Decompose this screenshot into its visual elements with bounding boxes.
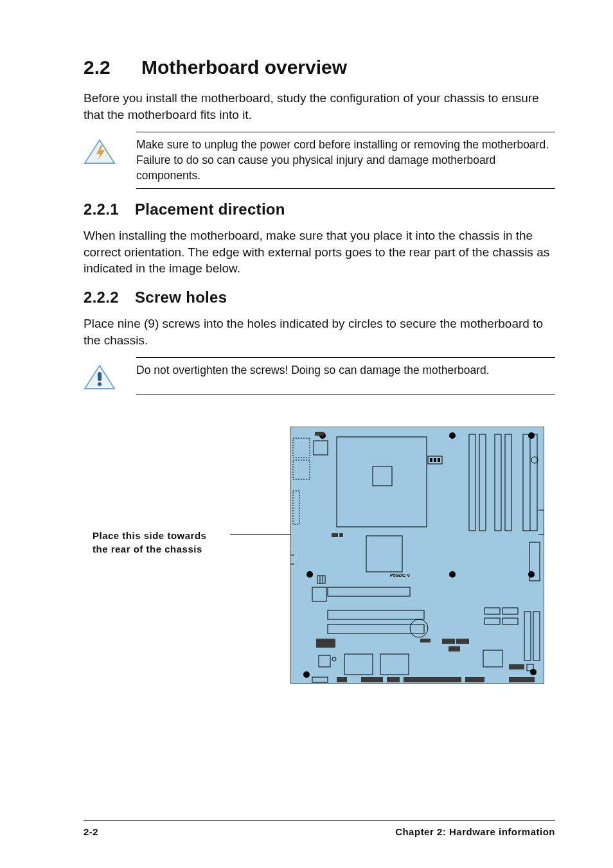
- svg-rect-72: [509, 677, 535, 682]
- svg-rect-47: [316, 639, 335, 648]
- subsection-heading: 2.2.1Placement direction: [84, 200, 555, 218]
- leader-line: [230, 534, 291, 535]
- callout-text: Do not overtighten the screws! Doing so …: [136, 363, 492, 378]
- divider: [136, 394, 555, 394]
- subsection-title: Placement direction: [135, 200, 285, 218]
- screw-paragraph: Place nine (9) screws into the holes ind…: [84, 315, 555, 348]
- diagram-caption: Place this side towards the rear of the …: [93, 529, 240, 556]
- svg-point-16: [306, 571, 313, 578]
- placement-paragraph: When installing the motherboard, make su…: [84, 227, 555, 277]
- motherboard-illustration: P5GDC-V: [290, 427, 544, 684]
- svg-point-17: [449, 571, 456, 578]
- exclamation-warning-icon: [84, 364, 116, 389]
- intro-paragraph: Before you install the motherboard, stud…: [84, 90, 555, 123]
- svg-rect-61: [456, 639, 469, 644]
- svg-rect-68: [361, 677, 383, 682]
- subsection-number: 2.2.2: [84, 288, 135, 306]
- warning-callout-unplug: Make sure to unplug the power cord befor…: [84, 132, 555, 189]
- svg-rect-41: [332, 533, 338, 537]
- callout-text: Make sure to unplug the power cord befor…: [136, 137, 555, 183]
- subsection-title: Screw holes: [135, 288, 227, 306]
- svg-point-6: [98, 382, 102, 386]
- page-footer: 2-2 Chapter 2: Hardware information: [84, 820, 555, 837]
- svg-point-14: [449, 432, 456, 439]
- svg-point-15: [528, 432, 535, 439]
- svg-point-19: [303, 671, 310, 678]
- section-title: Motherboard overview: [141, 57, 347, 78]
- svg-rect-25: [434, 458, 436, 462]
- section-number: 2.2: [84, 57, 141, 78]
- lightning-warning-icon: [84, 139, 116, 163]
- svg-rect-62: [449, 646, 460, 651]
- svg-rect-67: [337, 677, 347, 682]
- svg-rect-60: [442, 639, 455, 644]
- svg-rect-24: [430, 458, 432, 462]
- svg-rect-5: [98, 372, 102, 381]
- page-number: 2-2: [84, 826, 98, 837]
- svg-rect-26: [438, 458, 440, 462]
- divider: [136, 188, 555, 189]
- svg-rect-70: [404, 677, 461, 682]
- divider: [136, 357, 555, 358]
- caution-callout-overtighten: Do not overtighten the screws! Doing so …: [84, 357, 555, 394]
- section-heading: 2.2Motherboard overview: [84, 57, 555, 78]
- subsection-heading: 2.2.2Screw holes: [84, 288, 555, 306]
- svg-rect-21: [315, 432, 324, 436]
- board-model-label: P5GDC-V: [390, 573, 410, 578]
- svg-rect-71: [465, 677, 484, 682]
- divider: [136, 132, 555, 132]
- motherboard-diagram: Place this side towards the rear of the …: [84, 420, 555, 696]
- diagram-caption-line: the rear of the chassis: [93, 543, 240, 556]
- svg-rect-69: [387, 677, 400, 682]
- diagram-caption-line: Place this side towards: [93, 529, 240, 542]
- svg-rect-42: [339, 533, 343, 537]
- svg-rect-64: [509, 664, 524, 669]
- subsection-number: 2.2.1: [84, 200, 135, 218]
- svg-rect-59: [420, 639, 431, 642]
- chapter-label: Chapter 2: Hardware information: [395, 826, 555, 837]
